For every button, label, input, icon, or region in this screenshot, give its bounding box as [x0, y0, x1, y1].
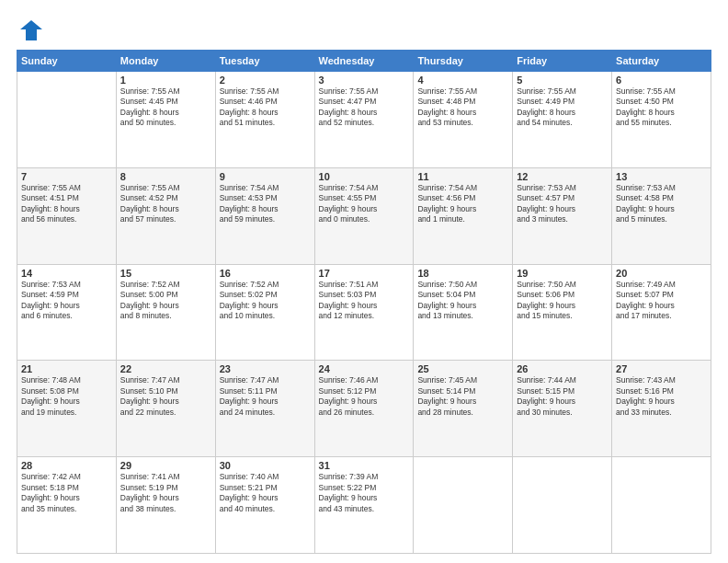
calendar-cell [17, 72, 117, 168]
day-content: Sunrise: 7:45 AMSunset: 5:14 PMDaylight:… [417, 375, 508, 418]
week-row-2: 14Sunrise: 7:53 AMSunset: 4:59 PMDayligh… [17, 264, 711, 361]
day-content: Sunrise: 7:54 AMSunset: 4:55 PMDaylight:… [319, 183, 410, 225]
calendar-cell [612, 457, 711, 554]
logo [17, 17, 44, 42]
day-content: Sunrise: 7:47 AMSunset: 5:11 PMDaylight:… [220, 375, 311, 418]
weekday-header-saturday: Saturday [612, 51, 711, 72]
day-content: Sunrise: 7:52 AMSunset: 5:02 PMDaylight:… [220, 280, 311, 322]
day-content: Sunrise: 7:50 AMSunset: 5:06 PMDaylight:… [517, 280, 608, 322]
calendar-cell: 28Sunrise: 7:42 AMSunset: 5:18 PMDayligh… [17, 457, 117, 554]
day-content: Sunrise: 7:54 AMSunset: 4:53 PMDaylight:… [220, 183, 311, 225]
calendar-cell: 3Sunrise: 7:55 AMSunset: 4:47 PMDaylight… [314, 72, 414, 168]
day-content: Sunrise: 7:42 AMSunset: 5:18 PMDaylight:… [21, 472, 112, 514]
day-number: 29 [120, 460, 211, 471]
calendar-cell: 9Sunrise: 7:54 AMSunset: 4:53 PMDaylight… [215, 167, 314, 264]
week-row-1: 7Sunrise: 7:55 AMSunset: 4:51 PMDaylight… [17, 167, 711, 264]
day-number: 20 [616, 268, 707, 279]
calendar-cell: 27Sunrise: 7:43 AMSunset: 5:16 PMDayligh… [612, 361, 711, 457]
day-content: Sunrise: 7:50 AMSunset: 5:04 PMDaylight:… [417, 280, 508, 322]
calendar-cell: 10Sunrise: 7:54 AMSunset: 4:55 PMDayligh… [314, 167, 414, 264]
day-content: Sunrise: 7:52 AMSunset: 5:00 PMDaylight:… [120, 280, 211, 322]
day-number: 17 [319, 268, 410, 279]
day-content: Sunrise: 7:47 AMSunset: 5:10 PMDaylight:… [120, 375, 211, 418]
calendar-cell: 19Sunrise: 7:50 AMSunset: 5:06 PMDayligh… [513, 264, 612, 361]
day-number: 9 [220, 171, 311, 182]
day-number: 27 [616, 363, 707, 374]
calendar-cell: 5Sunrise: 7:55 AMSunset: 4:49 PMDaylight… [513, 72, 612, 168]
day-number: 14 [21, 268, 112, 279]
calendar-cell: 14Sunrise: 7:53 AMSunset: 4:59 PMDayligh… [17, 264, 117, 361]
day-content: Sunrise: 7:55 AMSunset: 4:48 PMDaylight:… [417, 86, 508, 129]
day-content: Sunrise: 7:55 AMSunset: 4:46 PMDaylight:… [220, 86, 311, 129]
weekday-header-thursday: Thursday [414, 51, 513, 72]
day-number: 28 [21, 460, 112, 471]
day-number: 8 [120, 171, 211, 182]
day-content: Sunrise: 7:49 AMSunset: 5:07 PMDaylight:… [616, 280, 707, 322]
day-number: 4 [417, 75, 508, 86]
weekday-header-monday: Monday [116, 51, 215, 72]
day-number: 6 [616, 75, 707, 86]
day-number: 11 [417, 171, 508, 182]
page: SundayMondayTuesdayWednesdayThursdayFrid… [0, 0, 728, 563]
day-number: 22 [120, 363, 211, 374]
calendar-cell: 11Sunrise: 7:54 AMSunset: 4:56 PMDayligh… [414, 167, 513, 264]
calendar-cell [513, 457, 612, 554]
day-number: 31 [319, 460, 410, 471]
calendar-cell: 22Sunrise: 7:47 AMSunset: 5:10 PMDayligh… [116, 361, 215, 457]
logo-icon [18, 17, 44, 42]
calendar-cell: 23Sunrise: 7:47 AMSunset: 5:11 PMDayligh… [215, 361, 314, 457]
week-row-0: 1Sunrise: 7:55 AMSunset: 4:45 PMDaylight… [17, 72, 711, 168]
calendar-cell: 31Sunrise: 7:39 AMSunset: 5:22 PMDayligh… [314, 457, 414, 554]
day-content: Sunrise: 7:54 AMSunset: 4:56 PMDaylight:… [417, 183, 508, 225]
svg-marker-0 [20, 20, 42, 40]
calendar-cell: 6Sunrise: 7:55 AMSunset: 4:50 PMDaylight… [612, 72, 711, 168]
calendar-cell: 8Sunrise: 7:55 AMSunset: 4:52 PMDaylight… [116, 167, 215, 264]
calendar-cell: 24Sunrise: 7:46 AMSunset: 5:12 PMDayligh… [314, 361, 414, 457]
day-number: 1 [120, 75, 211, 86]
day-content: Sunrise: 7:40 AMSunset: 5:21 PMDaylight:… [220, 472, 311, 514]
day-number: 2 [220, 75, 311, 86]
calendar-cell: 15Sunrise: 7:52 AMSunset: 5:00 PMDayligh… [116, 264, 215, 361]
calendar-cell: 26Sunrise: 7:44 AMSunset: 5:15 PMDayligh… [513, 361, 612, 457]
calendar-cell: 4Sunrise: 7:55 AMSunset: 4:48 PMDaylight… [414, 72, 513, 168]
day-content: Sunrise: 7:55 AMSunset: 4:47 PMDaylight:… [319, 86, 410, 129]
day-number: 5 [517, 75, 608, 86]
calendar-cell: 30Sunrise: 7:40 AMSunset: 5:21 PMDayligh… [215, 457, 314, 554]
calendar-cell: 29Sunrise: 7:41 AMSunset: 5:19 PMDayligh… [116, 457, 215, 554]
day-number: 10 [319, 171, 410, 182]
day-content: Sunrise: 7:39 AMSunset: 5:22 PMDaylight:… [319, 472, 410, 514]
day-content: Sunrise: 7:48 AMSunset: 5:08 PMDaylight:… [21, 375, 112, 418]
day-content: Sunrise: 7:53 AMSunset: 4:57 PMDaylight:… [517, 183, 608, 225]
day-number: 7 [21, 171, 112, 182]
day-number: 23 [220, 363, 311, 374]
calendar-cell [414, 457, 513, 554]
weekday-header-row: SundayMondayTuesdayWednesdayThursdayFrid… [17, 51, 711, 72]
day-content: Sunrise: 7:55 AMSunset: 4:49 PMDaylight:… [517, 86, 608, 129]
day-number: 16 [220, 268, 311, 279]
day-content: Sunrise: 7:51 AMSunset: 5:03 PMDaylight:… [319, 280, 410, 322]
weekday-header-tuesday: Tuesday [215, 51, 314, 72]
calendar-cell: 18Sunrise: 7:50 AMSunset: 5:04 PMDayligh… [414, 264, 513, 361]
day-number: 30 [220, 460, 311, 471]
day-number: 21 [21, 363, 112, 374]
weekday-header-wednesday: Wednesday [314, 51, 414, 72]
calendar-cell: 20Sunrise: 7:49 AMSunset: 5:07 PMDayligh… [612, 264, 711, 361]
week-row-4: 28Sunrise: 7:42 AMSunset: 5:18 PMDayligh… [17, 457, 711, 554]
day-content: Sunrise: 7:53 AMSunset: 4:58 PMDaylight:… [616, 183, 707, 225]
day-content: Sunrise: 7:43 AMSunset: 5:16 PMDaylight:… [616, 375, 707, 418]
day-content: Sunrise: 7:55 AMSunset: 4:51 PMDaylight:… [21, 183, 112, 225]
day-content: Sunrise: 7:53 AMSunset: 4:59 PMDaylight:… [21, 280, 112, 322]
calendar-cell: 13Sunrise: 7:53 AMSunset: 4:58 PMDayligh… [612, 167, 711, 264]
calendar-cell: 17Sunrise: 7:51 AMSunset: 5:03 PMDayligh… [314, 264, 414, 361]
day-number: 24 [319, 363, 410, 374]
calendar-cell: 1Sunrise: 7:55 AMSunset: 4:45 PMDaylight… [116, 72, 215, 168]
calendar-cell: 7Sunrise: 7:55 AMSunset: 4:51 PMDaylight… [17, 167, 117, 264]
day-number: 3 [319, 75, 410, 86]
calendar-cell: 21Sunrise: 7:48 AMSunset: 5:08 PMDayligh… [17, 361, 117, 457]
calendar-body: 1Sunrise: 7:55 AMSunset: 4:45 PMDaylight… [17, 72, 711, 554]
day-content: Sunrise: 7:44 AMSunset: 5:15 PMDaylight:… [517, 375, 608, 418]
calendar-cell: 25Sunrise: 7:45 AMSunset: 5:14 PMDayligh… [414, 361, 513, 457]
weekday-header-sunday: Sunday [17, 51, 117, 72]
day-number: 25 [417, 363, 508, 374]
day-number: 26 [517, 363, 608, 374]
